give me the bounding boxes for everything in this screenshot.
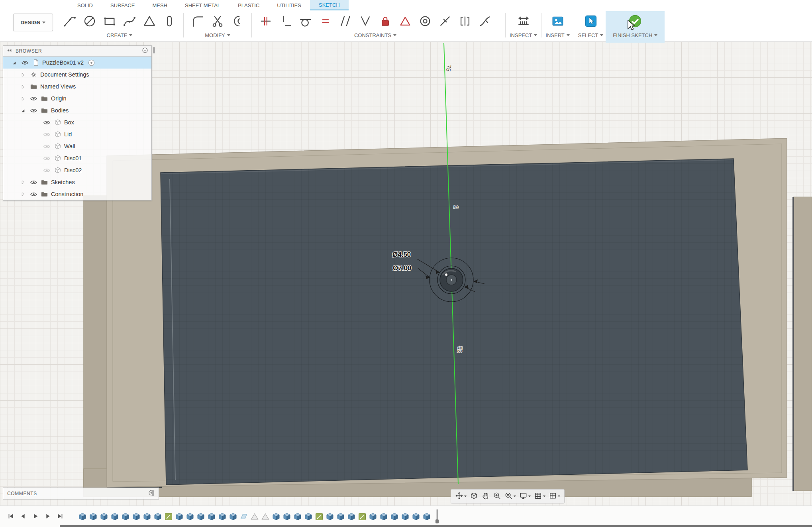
browser-row-puzzlebox01-v2[interactable]: PuzzleBox01 v2: [3, 57, 151, 69]
timeline-feature-extrude-13[interactable]: [207, 512, 216, 521]
smooth-button[interactable]: [475, 11, 495, 32]
parallel-button[interactable]: [335, 11, 355, 32]
perpendicular-button[interactable]: [355, 11, 375, 32]
timeline-playhead[interactable]: [434, 509, 440, 525]
tab-surface[interactable]: SURFACE: [102, 0, 143, 10]
insert-image-button[interactable]: [548, 11, 568, 32]
timeline-feature-extrude-32[interactable]: [412, 512, 420, 521]
trim-button[interactable]: [208, 11, 228, 32]
browser-row-box[interactable]: Box: [3, 116, 151, 128]
eye-visible-icon[interactable]: [20, 59, 30, 67]
browser-resize-handle[interactable]: [153, 47, 155, 53]
tab-sketch[interactable]: SKETCH: [310, 0, 349, 10]
timeline-feature-extrude-12[interactable]: [196, 512, 205, 521]
look-at-button[interactable]: [468, 491, 480, 502]
timeline-feature-extrude-20[interactable]: [282, 512, 291, 521]
timeline-feature-extrude-5[interactable]: [121, 512, 130, 521]
comments-resize-handle[interactable]: [152, 490, 154, 496]
timeline-feature-extrude-24[interactable]: [326, 512, 334, 521]
timeline-feature-extrude-28[interactable]: [369, 512, 377, 521]
timeline-feature-extrude-14[interactable]: [218, 512, 227, 521]
eye-hidden-icon[interactable]: [41, 167, 52, 174]
finish-menu[interactable]: FINISH SKETCH: [613, 32, 657, 38]
eye-visible-icon[interactable]: [28, 179, 39, 186]
grid-snaps-button[interactable]: [532, 491, 547, 502]
go-to-start-button[interactable]: [7, 513, 14, 521]
polygon-button[interactable]: [139, 11, 159, 32]
eye-visible-icon[interactable]: [28, 95, 39, 102]
select-cursor-button[interactable]: [581, 11, 601, 32]
measure-button[interactable]: [514, 11, 533, 32]
midpoint-button[interactable]: [395, 11, 415, 32]
expander-collapsed-icon[interactable]: [18, 96, 28, 102]
timeline-feature-extrude-7[interactable]: [143, 512, 151, 521]
insert-menu[interactable]: INSERT: [545, 32, 569, 38]
timeline-feature-sketch-23[interactable]: [315, 512, 324, 521]
activate-component-icon[interactable]: [88, 59, 95, 67]
finish-check-button[interactable]: [625, 11, 645, 32]
eye-hidden-icon[interactable]: [41, 143, 52, 150]
expander-expanded-icon[interactable]: [9, 60, 20, 66]
browser-row-bodies[interactable]: Bodies: [3, 104, 151, 116]
timeline-feature-extrude-2[interactable]: [89, 512, 98, 521]
tab-sheet-metal[interactable]: SHEET METAL: [176, 0, 229, 10]
slot-button[interactable]: [159, 11, 179, 32]
tab-solid[interactable]: SOLID: [69, 0, 102, 10]
play-button[interactable]: [32, 513, 39, 521]
curvature-button[interactable]: [435, 11, 455, 32]
select-menu[interactable]: SELECT: [578, 32, 604, 38]
sketch-point[interactable]: [445, 273, 447, 276]
expander-collapsed-icon[interactable]: [18, 179, 28, 185]
timeline-feature-extrude-29[interactable]: [379, 512, 388, 521]
fix-lock-button[interactable]: [375, 11, 395, 32]
timeline-feature-extrude-19[interactable]: [272, 512, 280, 521]
timeline-feature-extrude-30[interactable]: [390, 512, 399, 521]
modify-menu[interactable]: MODIFY: [205, 32, 230, 38]
browser-row-named-views[interactable]: Named Views: [3, 81, 151, 92]
eye-visible-icon[interactable]: [28, 191, 39, 198]
timeline-feature-extrude-4[interactable]: [110, 512, 119, 521]
timeline-scroll-track[interactable]: [60, 525, 812, 527]
expander-collapsed-icon[interactable]: [18, 84, 28, 90]
pan-hand-button[interactable]: [480, 491, 491, 502]
display-settings-button[interactable]: [518, 491, 532, 502]
viewports-button[interactable]: [547, 491, 562, 502]
comments-panel[interactable]: COMMENTS: [3, 488, 159, 499]
line-button[interactable]: [60, 11, 80, 32]
timeline-feature-sketch-9[interactable]: [164, 512, 173, 521]
browser-row-disc01[interactable]: Disc01: [3, 152, 151, 164]
eye-visible-icon[interactable]: [41, 119, 52, 126]
go-to-end-button[interactable]: [57, 513, 64, 521]
zoom-button[interactable]: [491, 491, 503, 502]
timeline-feature-extrude-26[interactable]: [347, 512, 356, 521]
fillet-button[interactable]: [188, 11, 208, 32]
tab-mesh[interactable]: MESH: [143, 0, 176, 10]
equal-button[interactable]: [316, 11, 335, 32]
timeline-feature-extrude-21[interactable]: [293, 512, 302, 521]
timeline-feature-extrude-25[interactable]: [336, 512, 345, 521]
concentric-button[interactable]: [415, 11, 435, 32]
expander-expanded-icon[interactable]: [18, 108, 28, 114]
timeline-feature-loft-18[interactable]: [261, 512, 270, 521]
collinear-button[interactable]: [276, 11, 296, 32]
coincident-button[interactable]: [256, 11, 276, 32]
browser-row-wall[interactable]: Wall: [3, 140, 151, 152]
timeline-feature-loft-17[interactable]: [250, 512, 259, 521]
collapse-panel-icon[interactable]: [6, 47, 12, 55]
tab-plastic[interactable]: PLASTIC: [229, 0, 268, 10]
step-forward-button[interactable]: [44, 513, 51, 521]
browser-row-lid[interactable]: Lid: [3, 128, 151, 140]
timeline-feature-extrude-1[interactable]: [78, 512, 87, 521]
timeline-feature-extrude-8[interactable]: [153, 512, 162, 521]
expander-collapsed-icon[interactable]: [18, 72, 28, 78]
eye-hidden-icon[interactable]: [41, 155, 52, 162]
browser-row-origin[interactable]: Origin: [3, 92, 151, 104]
design-workspace-dropdown[interactable]: DESIGN: [13, 14, 53, 31]
circle-button[interactable]: [80, 11, 100, 32]
eye-hidden-icon[interactable]: [41, 131, 52, 138]
timeline-feature-extrude-31[interactable]: [401, 512, 410, 521]
step-back-button[interactable]: [20, 513, 27, 521]
expander-collapsed-icon[interactable]: [18, 191, 28, 197]
inspect-menu[interactable]: INSPECT: [510, 32, 537, 38]
rectangle-button[interactable]: [100, 11, 120, 32]
